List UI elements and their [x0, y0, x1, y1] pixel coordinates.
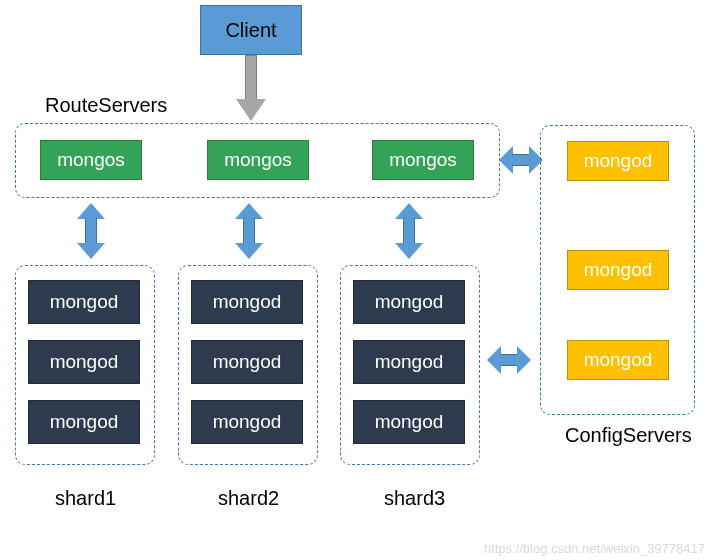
shard1-mongod-2: mongod [28, 400, 140, 444]
mongos-box-1: mongos [207, 140, 309, 180]
mongod-label: mongod [375, 411, 444, 433]
route-servers-label: RouteServers [45, 94, 167, 117]
client-box: Client [200, 5, 302, 55]
arrow-mongos-shard1 [77, 203, 105, 259]
config-mongod-2: mongod [567, 340, 669, 380]
config-servers-label: ConfigServers [565, 424, 692, 447]
shard3-label: shard3 [384, 487, 445, 510]
shard2-mongod-2: mongod [191, 400, 303, 444]
mongod-label: mongod [375, 351, 444, 373]
mongos-label: mongos [57, 149, 125, 171]
config-mongod-1: mongod [567, 250, 669, 290]
mongod-label: mongod [50, 291, 119, 313]
arrow-mongos-shard2 [235, 203, 263, 259]
arrow-shard-to-config [487, 346, 531, 374]
shard2-label: shard2 [218, 487, 279, 510]
mongos-box-0: mongos [40, 140, 142, 180]
mongod-label: mongod [213, 411, 282, 433]
watermark: https://blog.csdn.net/weixin_39778417 [484, 541, 705, 556]
mongos-label: mongos [389, 149, 457, 171]
config-mongod-0: mongod [567, 141, 669, 181]
arrow-route-to-config [499, 146, 543, 174]
mongod-label: mongod [375, 291, 444, 313]
mongos-label: mongos [224, 149, 292, 171]
shard3-mongod-0: mongod [353, 280, 465, 324]
shard1-mongod-0: mongod [28, 280, 140, 324]
arrow-client-to-route [238, 55, 264, 121]
mongod-label: mongod [584, 349, 653, 371]
mongod-label: mongod [584, 259, 653, 281]
shard3-mongod-2: mongod [353, 400, 465, 444]
mongos-box-2: mongos [372, 140, 474, 180]
shard1-label: shard1 [55, 487, 116, 510]
mongod-label: mongod [213, 291, 282, 313]
mongod-label: mongod [213, 351, 282, 373]
arrow-mongos-shard3 [395, 203, 423, 259]
client-label: Client [225, 19, 276, 42]
shard1-mongod-1: mongod [28, 340, 140, 384]
shard2-mongod-1: mongod [191, 340, 303, 384]
mongod-label: mongod [50, 351, 119, 373]
mongod-label: mongod [584, 150, 653, 172]
shard2-mongod-0: mongod [191, 280, 303, 324]
shard3-mongod-1: mongod [353, 340, 465, 384]
mongod-label: mongod [50, 411, 119, 433]
